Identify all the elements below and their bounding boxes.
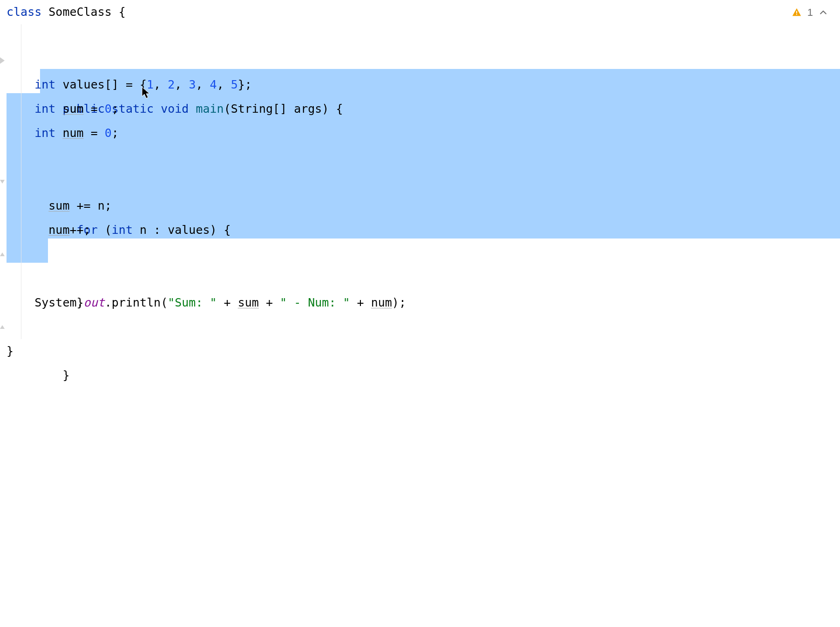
code-line[interactable] xyxy=(0,145,840,170)
code-line[interactable]: int sum = 0; xyxy=(0,97,840,121)
code-line[interactable]: int values[] = {1, 2, 3, 4, 5}; xyxy=(0,73,840,97)
var-num: num xyxy=(62,126,83,140)
code-line[interactable] xyxy=(0,24,840,48)
code-line[interactable]: System.out.println("Sum: " + sum + " - N… xyxy=(0,291,840,315)
var-num: num xyxy=(48,223,69,237)
field-out: out xyxy=(84,296,105,309)
string-literal: "Sum: " xyxy=(168,296,217,309)
int-literal: 0 xyxy=(105,126,112,140)
brace: { xyxy=(119,5,126,19)
var-sum: sum xyxy=(62,102,83,116)
code-line[interactable]: int num = 0; xyxy=(0,121,840,145)
code-line[interactable]: } xyxy=(0,339,840,363)
brace: } xyxy=(62,368,69,382)
gutter-fold-icon[interactable] xyxy=(0,178,5,185)
var-num: num xyxy=(371,296,392,309)
keyword-class: class xyxy=(7,5,41,19)
int-literal: 2 xyxy=(168,78,175,91)
class-name: SomeClass xyxy=(41,5,119,19)
keyword-int: int xyxy=(34,78,55,91)
code-line[interactable] xyxy=(0,266,840,291)
brace: } xyxy=(7,344,14,358)
keyword-int: int xyxy=(34,102,62,116)
code-line[interactable]: class SomeClass { xyxy=(0,0,840,24)
code-line[interactable]: public static void main(String[] args) { xyxy=(0,48,840,73)
code-line[interactable]: num++; xyxy=(0,218,840,242)
int-literal: 1 xyxy=(147,78,154,91)
gutter-fold-icon[interactable] xyxy=(0,323,5,331)
var-sum: sum xyxy=(238,296,259,309)
int-literal: 4 xyxy=(210,78,217,91)
var-sum: sum xyxy=(48,199,69,212)
int-literal: 5 xyxy=(231,78,238,91)
code-line[interactable]: sum += n; xyxy=(0,194,840,218)
code-content[interactable]: class SomeClass { public static void mai… xyxy=(0,0,840,363)
string-literal: " - Num: " xyxy=(280,296,350,309)
code-line[interactable]: for (int n : values) { xyxy=(0,170,840,194)
keyword-int: int xyxy=(34,126,62,140)
int-literal: 3 xyxy=(189,78,196,91)
gutter-fold-icon[interactable] xyxy=(0,251,5,258)
code-editor[interactable]: 1 class SomeClass { public static void m… xyxy=(0,0,840,627)
gutter-run-icon[interactable] xyxy=(0,57,5,64)
code-line[interactable]: } xyxy=(0,315,840,339)
int-literal: 0 xyxy=(105,102,112,116)
code-line[interactable]: } xyxy=(0,242,840,266)
